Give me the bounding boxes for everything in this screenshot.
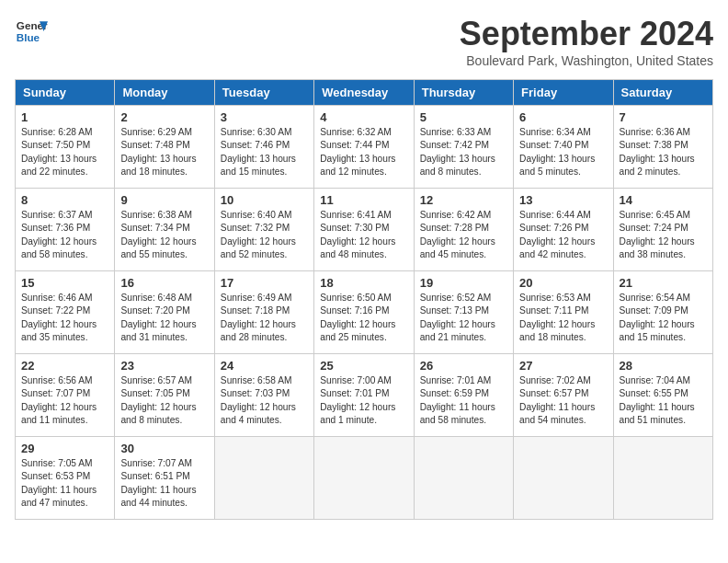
- calendar-week-4: 22Sunrise: 6:56 AMSunset: 7:07 PMDayligh…: [16, 354, 713, 437]
- cell-line: Daylight: 12 hours: [420, 236, 495, 247]
- table-row: 27Sunrise: 7:02 AMSunset: 6:57 PMDayligh…: [514, 354, 613, 437]
- cell-line: and 31 minutes.: [120, 332, 188, 342]
- cell-line: Sunset: 7:13 PM: [420, 305, 489, 316]
- cell-line: Daylight: 11 hours: [620, 402, 695, 412]
- cell-line: Daylight: 11 hours: [21, 485, 97, 495]
- cell-line: Daylight: 12 hours: [221, 319, 296, 329]
- cell-line: Daylight: 13 hours: [420, 154, 495, 164]
- day-number: 24: [221, 359, 308, 373]
- cell-line: Sunrise: 6:49 AM: [221, 293, 292, 303]
- day-number: 26: [420, 359, 507, 373]
- cell-line: Sunset: 6:59 PM: [420, 388, 489, 398]
- cell-line: Sunset: 7:40 PM: [519, 140, 588, 150]
- cell-line: Daylight: 12 hours: [320, 402, 395, 412]
- day-number: 2: [120, 110, 208, 124]
- table-row: 30Sunrise: 7:07 AMSunset: 6:51 PMDayligh…: [115, 437, 214, 520]
- table-row: 1Sunrise: 6:28 AMSunset: 7:50 PMDaylight…: [16, 106, 115, 189]
- cell-line: Daylight: 12 hours: [519, 319, 595, 329]
- day-number: 4: [320, 110, 407, 124]
- table-row: 24Sunrise: 6:58 AMSunset: 7:03 PMDayligh…: [214, 354, 313, 437]
- cell-line: Sunset: 7:03 PM: [221, 388, 290, 398]
- cell-line: and 38 minutes.: [620, 249, 687, 259]
- day-number: 3: [221, 110, 308, 124]
- cell-line: Daylight: 12 hours: [120, 236, 196, 247]
- cell-line: and 21 minutes.: [420, 332, 487, 342]
- cell-line: Daylight: 13 hours: [519, 154, 595, 164]
- day-number: 16: [120, 276, 208, 290]
- cell-line: Sunset: 7:09 PM: [620, 305, 688, 316]
- cell-line: and 18 minutes.: [120, 167, 188, 177]
- cell-line: and 54 minutes.: [519, 415, 586, 425]
- cell-line: Sunrise: 6:58 AM: [221, 375, 292, 385]
- cell-line: and 44 minutes.: [120, 498, 188, 508]
- cell-line: Sunrise: 6:50 AM: [320, 293, 392, 303]
- day-number: 23: [120, 359, 208, 373]
- cell-line: Sunset: 7:18 PM: [221, 305, 290, 316]
- table-row: 10Sunrise: 6:40 AMSunset: 7:32 PMDayligh…: [214, 189, 313, 271]
- cell-line: Sunrise: 6:28 AM: [21, 127, 93, 137]
- cell-line: and 15 minutes.: [221, 167, 288, 177]
- col-header-tuesday: Tuesday: [214, 80, 313, 106]
- cell-line: Daylight: 13 hours: [21, 154, 97, 164]
- day-number: 27: [519, 359, 607, 373]
- cell-line: Sunrise: 6:40 AM: [221, 210, 292, 220]
- day-number: 5: [420, 110, 507, 124]
- cell-line: Sunset: 7:30 PM: [320, 223, 389, 233]
- cell-line: Sunset: 7:07 PM: [21, 388, 90, 398]
- cell-line: Sunrise: 6:36 AM: [620, 127, 691, 137]
- cell-line: and 55 minutes.: [120, 249, 188, 259]
- day-number: 12: [420, 193, 507, 207]
- table-row: [514, 437, 613, 520]
- calendar-week-3: 15Sunrise: 6:46 AMSunset: 7:22 PMDayligh…: [16, 271, 713, 354]
- cell-line: Sunset: 7:20 PM: [120, 305, 189, 316]
- cell-line: Sunrise: 6:52 AM: [420, 293, 492, 303]
- cell-line: Daylight: 13 hours: [620, 154, 695, 164]
- cell-line: Daylight: 12 hours: [420, 319, 495, 329]
- cell-line: Sunrise: 6:46 AM: [21, 293, 93, 303]
- cell-line: Daylight: 12 hours: [21, 319, 97, 329]
- table-row: 16Sunrise: 6:48 AMSunset: 7:20 PMDayligh…: [115, 271, 214, 354]
- table-row: 8Sunrise: 6:37 AMSunset: 7:36 PMDaylight…: [16, 189, 115, 271]
- table-row: 22Sunrise: 6:56 AMSunset: 7:07 PMDayligh…: [16, 354, 115, 437]
- cell-line: Sunset: 7:24 PM: [620, 223, 688, 233]
- table-row: 13Sunrise: 6:44 AMSunset: 7:26 PMDayligh…: [514, 189, 613, 271]
- day-number: 17: [221, 276, 308, 290]
- day-number: 25: [320, 359, 407, 373]
- cell-line: Sunset: 7:36 PM: [21, 223, 90, 233]
- day-number: 9: [120, 193, 208, 207]
- table-row: 5Sunrise: 6:33 AMSunset: 7:42 PMDaylight…: [414, 106, 513, 189]
- day-number: 30: [120, 442, 208, 455]
- cell-line: Sunset: 7:46 PM: [221, 140, 290, 150]
- day-number: 18: [320, 276, 407, 290]
- day-number: 10: [221, 193, 308, 207]
- calendar-week-2: 8Sunrise: 6:37 AMSunset: 7:36 PMDaylight…: [16, 189, 713, 271]
- table-row: 15Sunrise: 6:46 AMSunset: 7:22 PMDayligh…: [16, 271, 115, 354]
- cell-line: Sunrise: 6:45 AM: [620, 210, 691, 220]
- day-number: 11: [320, 193, 407, 207]
- cell-line: Sunset: 7:11 PM: [519, 305, 588, 316]
- cell-line: Sunset: 7:01 PM: [320, 388, 389, 398]
- cell-line: Sunrise: 7:04 AM: [620, 375, 691, 385]
- cell-line: and 15 minutes.: [620, 332, 687, 342]
- calendar-title: September 2024: [460, 15, 713, 53]
- cell-line: Sunset: 7:50 PM: [21, 140, 90, 150]
- col-header-sunday: Sunday: [16, 80, 115, 106]
- cell-line: Sunset: 7:38 PM: [620, 140, 688, 150]
- cell-line: and 11 minutes.: [21, 415, 88, 425]
- day-number: 19: [420, 276, 507, 290]
- header-row: Sunday Monday Tuesday Wednesday Thursday…: [16, 80, 713, 106]
- cell-line: and 8 minutes.: [120, 415, 182, 425]
- day-number: 20: [519, 276, 607, 290]
- col-header-monday: Monday: [115, 80, 214, 106]
- cell-line: Sunset: 7:48 PM: [120, 140, 189, 150]
- cell-line: and 58 minutes.: [420, 415, 487, 425]
- table-row: [314, 437, 414, 520]
- col-header-friday: Friday: [514, 80, 613, 106]
- cell-line: Sunset: 7:16 PM: [320, 305, 389, 316]
- cell-line: and 28 minutes.: [221, 332, 288, 342]
- day-number: 29: [21, 442, 108, 455]
- cell-line: and 2 minutes.: [620, 167, 681, 177]
- day-number: 28: [620, 359, 707, 373]
- cell-line: and 22 minutes.: [21, 167, 88, 177]
- cell-line: Sunrise: 6:41 AM: [320, 210, 392, 220]
